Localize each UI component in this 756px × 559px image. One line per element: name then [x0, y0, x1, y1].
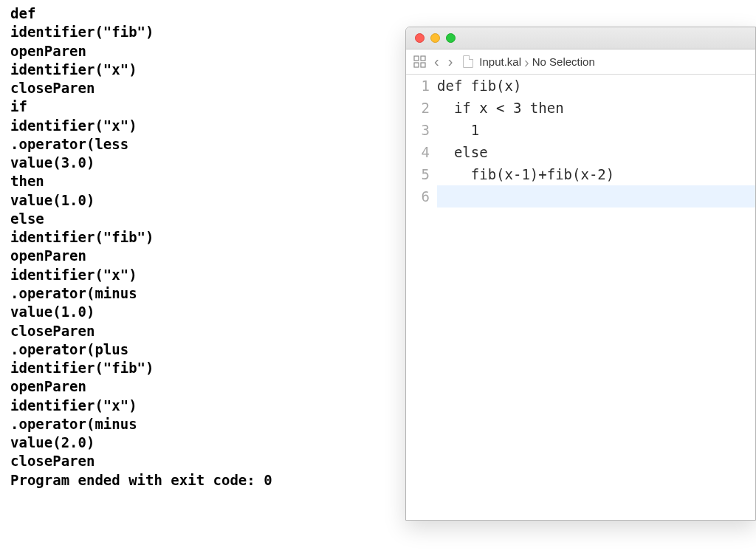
- file-icon: [463, 55, 473, 68]
- breadcrumb[interactable]: Input.kal › No Selection: [479, 55, 594, 69]
- maximize-button[interactable]: [446, 33, 456, 43]
- svg-rect-2: [414, 63, 419, 67]
- code-lines[interactable]: def fib(x) if x < 3 then 1 else fib(x-1)…: [437, 75, 755, 208]
- line-number: 6: [406, 185, 430, 208]
- code-line[interactable]: fib(x-1)+fib(x-2): [437, 163, 755, 185]
- breadcrumb-selection: No Selection: [532, 55, 595, 68]
- editor-window: ‹ › Input.kal › No Selection 1 2 3 4 5 6…: [405, 27, 756, 521]
- titlebar: [406, 27, 755, 49]
- related-items-icon[interactable]: [413, 55, 427, 69]
- code-line[interactable]: 1: [437, 119, 755, 141]
- svg-rect-3: [421, 63, 425, 67]
- forward-button[interactable]: ›: [447, 53, 455, 70]
- breadcrumb-file: Input.kal: [479, 55, 521, 68]
- line-number: 4: [406, 141, 430, 163]
- svg-rect-1: [421, 56, 425, 61]
- line-number: 5: [406, 163, 430, 185]
- console-output: def identifier("fib") openParen identifi…: [10, 4, 272, 490]
- code-line[interactable]: else: [437, 141, 755, 163]
- breadcrumb-separator-icon: ›: [524, 55, 529, 69]
- back-button[interactable]: ‹: [433, 53, 441, 70]
- line-number: 3: [406, 119, 430, 141]
- code-line[interactable]: def fib(x): [437, 75, 755, 97]
- svg-rect-0: [414, 56, 419, 61]
- close-button[interactable]: [415, 33, 425, 43]
- line-number: 2: [406, 97, 430, 119]
- code-line[interactable]: if x < 3 then: [437, 97, 755, 119]
- minimize-button[interactable]: [430, 33, 440, 43]
- line-number: 1: [406, 75, 430, 97]
- gutter: 1 2 3 4 5 6: [406, 75, 437, 208]
- code-line[interactable]: [437, 185, 755, 208]
- code-area[interactable]: 1 2 3 4 5 6 def fib(x) if x < 3 then 1 e…: [406, 75, 755, 208]
- toolbar: ‹ › Input.kal › No Selection: [406, 49, 755, 75]
